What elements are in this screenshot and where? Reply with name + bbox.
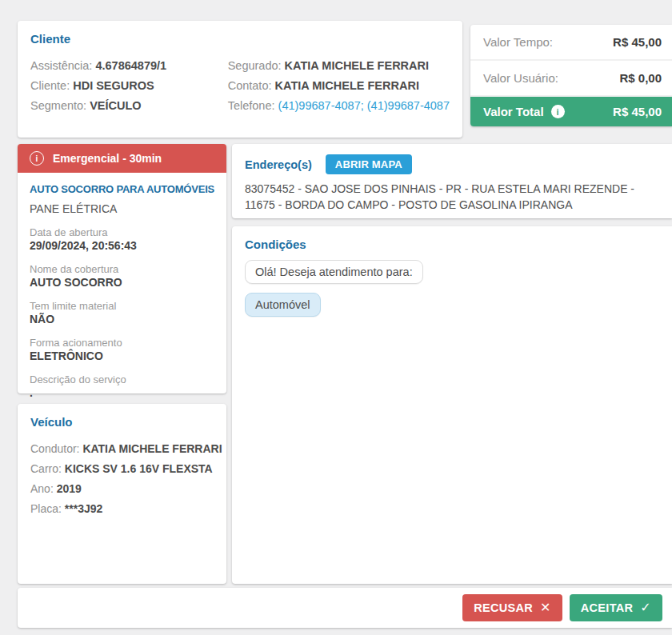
car-label: Carro: — [30, 462, 62, 475]
refuse-button-label: RECUSAR — [474, 601, 533, 614]
insured-label: Segurado: — [228, 59, 282, 72]
value-time-row: Valor Tempo: R$ 45,00 — [470, 25, 672, 61]
car-row: Carro: KICKS SV 1.6 16V FLEXSTA — [30, 459, 214, 479]
close-icon: ✕ — [540, 601, 551, 614]
activation-form-value: ELETRÔNICO — [30, 349, 214, 362]
vehicle-rows: Condutor: KATIA MICHELE FERRARI Carro: K… — [30, 439, 214, 519]
year-value: 2019 — [57, 482, 82, 495]
contact-row: Contato: KATIA MICHELE FERRARI — [228, 76, 450, 96]
accept-button[interactable]: ACEITAR ✓ — [570, 594, 662, 621]
coverage-name-label: Nome da cobertura — [30, 263, 214, 275]
year-label: Ano: — [30, 482, 54, 495]
value-total-text: Valor Total — [483, 105, 544, 118]
info-circle-icon: i — [30, 151, 44, 166]
coverage-name-value: AUTO SOCORRO — [30, 276, 214, 289]
insured-value: KATIA MICHELE FERRARI — [285, 59, 429, 72]
assistance-number-row: Assistência: 4.67864879/1 — [30, 56, 228, 76]
service-description-label: Descrição do serviço — [30, 373, 214, 385]
client-column-left: Assistência: 4.67864879/1 Cliente: HDI S… — [30, 56, 228, 116]
segment-row: Segmento: VEÍCULO — [30, 96, 228, 116]
coverage-name-field: Nome da cobertura AUTO SOCORRO — [30, 263, 214, 289]
emergency-banner-label: Emergencial - 30min — [53, 152, 162, 165]
client-name-row: Cliente: HDI SEGUROS — [30, 76, 228, 96]
material-limit-field: Tem limite material NÃO — [30, 300, 214, 325]
phone-row: Telefone: (41)99687-4087; (41)99687-4087 — [228, 96, 450, 116]
plate-label: Placa: — [30, 502, 62, 515]
value-total-row: Valor Total i R$ 45,00 — [470, 97, 672, 126]
open-map-button[interactable]: ABRIR MAPA — [326, 154, 412, 174]
contact-label: Contato: — [228, 79, 272, 92]
plate-value: ***3J92 — [65, 502, 103, 515]
year-row: Ano: 2019 — [30, 479, 214, 499]
insured-row: Segurado: KATIA MICHELE FERRARI — [228, 56, 450, 76]
action-bar: RECUSAR ✕ ACEITAR ✓ — [18, 588, 672, 628]
address-text: 83075452 - SAO JOSE DOS PINHAIS - PR - R… — [245, 182, 659, 213]
phone-label: Telefone: — [228, 99, 275, 112]
service-title: AUTO SOCORRO PARA AUTOMÓVEIS — [30, 183, 214, 195]
plate-row: Placa: ***3J92 — [30, 499, 214, 519]
conditions-title: Condições — [245, 238, 659, 251]
emergency-banner: i Emergencial - 30min — [18, 144, 226, 173]
driver-label: Condutor: — [30, 442, 79, 455]
material-limit-label: Tem limite material — [30, 300, 214, 312]
segment-label: Segmento: — [30, 99, 86, 112]
contact-value: KATIA MICHELE FERRARI — [275, 79, 419, 92]
assistance-number-label: Assistência: — [30, 59, 92, 72]
conditions-card: Condições Olá! Deseja atendimento para: … — [232, 226, 672, 584]
vehicle-card: Veículo Condutor: KATIA MICHELE FERRARI … — [18, 404, 226, 584]
value-user-label: Valor Usuário: — [483, 71, 558, 85]
address-card: Endereço(s) ABRIR MAPA 83075452 - SAO JO… — [232, 144, 672, 218]
accept-button-label: ACEITAR — [581, 601, 633, 614]
chat-bubble-question: Olá! Deseja atendimento para: — [245, 260, 423, 284]
info-icon[interactable]: i — [551, 105, 565, 118]
check-icon: ✓ — [640, 601, 651, 614]
message-line: Automóvel — [245, 293, 659, 317]
address-header: Endereço(s) ABRIR MAPA — [245, 154, 659, 174]
assistance-number-value: 4.67864879/1 — [95, 59, 166, 72]
client-name-label: Cliente: — [30, 79, 70, 92]
client-columns: Assistência: 4.67864879/1 Cliente: HDI S… — [30, 56, 450, 116]
value-user-row: Valor Usuário: R$ 0,00 — [470, 61, 672, 97]
driver-value: KATIA MICHELE FERRARI — [82, 442, 222, 455]
segment-value: VEÍCULO — [90, 99, 141, 112]
client-card: Cliente Assistência: 4.67864879/1 Client… — [18, 21, 462, 138]
message-line: Olá! Deseja atendimento para: — [245, 260, 659, 284]
assistance-dispatch-screen: Cliente Assistência: 4.67864879/1 Client… — [0, 0, 672, 635]
service-description-field: Descrição do serviço . — [30, 373, 214, 399]
driver-row: Condutor: KATIA MICHELE FERRARI — [30, 439, 214, 459]
activation-form-field: Forma acionamento ELETRÔNICO — [30, 337, 214, 362]
activation-form-label: Forma acionamento — [30, 337, 214, 349]
opening-date-label: Data de abertura — [30, 226, 214, 238]
chat-bubble-answer: Automóvel — [245, 293, 321, 317]
opening-date-value: 29/09/2024, 20:56:43 — [30, 239, 214, 252]
refuse-button[interactable]: RECUSAR ✕ — [462, 594, 562, 621]
service-subtitle: PANE ELÉTRICA — [30, 202, 214, 215]
vehicle-card-title: Veículo — [30, 415, 214, 429]
service-body: AUTO SOCORRO PARA AUTOMÓVEIS PANE ELÉTRI… — [18, 173, 226, 409]
opening-date-field: Data de abertura 29/09/2024, 20:56:43 — [30, 226, 214, 252]
phone-link[interactable]: (41)99687-4087; (41)99687-4087 — [278, 99, 450, 112]
car-value: KICKS SV 1.6 16V FLEXSTA — [65, 462, 213, 475]
material-limit-value: NÃO — [30, 313, 214, 325]
client-column-right: Segurado: KATIA MICHELE FERRARI Contato:… — [228, 56, 450, 116]
value-time-label: Valor Tempo: — [483, 35, 553, 49]
values-card: Valor Tempo: R$ 45,00 Valor Usuário: R$ … — [470, 25, 672, 126]
service-card: i Emergencial - 30min AUTO SOCORRO PARA … — [18, 144, 226, 393]
address-title: Endereço(s) — [245, 158, 312, 171]
client-card-title: Cliente — [30, 32, 450, 46]
value-time-amount: R$ 45,00 — [613, 35, 662, 49]
value-user-amount: R$ 0,00 — [619, 71, 662, 85]
value-total-amount: R$ 45,00 — [613, 105, 662, 118]
service-description-value: . — [30, 386, 214, 399]
value-total-label: Valor Total i — [483, 105, 565, 118]
client-name-value: HDI SEGUROS — [73, 79, 154, 92]
